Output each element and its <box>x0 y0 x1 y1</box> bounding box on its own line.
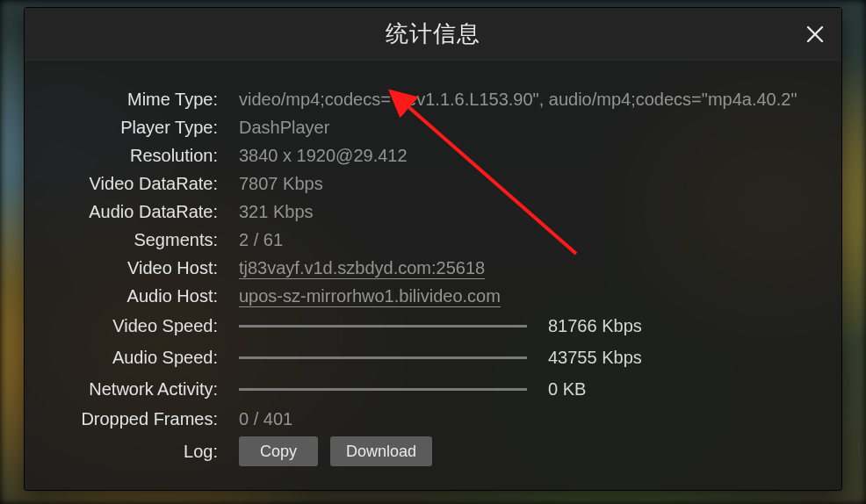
row-video-speed: Video Speed: 81766 Kbps <box>25 310 841 342</box>
value-resolution: 3840 x 1920@29.412 <box>228 146 408 166</box>
label-audio-datarate: Audio DataRate: <box>25 202 228 222</box>
value-segments: 2 / 61 <box>228 230 283 250</box>
label-video-host: Video Host: <box>25 258 228 278</box>
row-audio-datarate: Audio DataRate: 321 Kbps <box>25 198 841 226</box>
value-network-activity: 0 KB <box>548 379 586 400</box>
value-audio-speed: 43755 Kbps <box>548 348 642 368</box>
close-button[interactable] <box>801 20 829 48</box>
value-dropped-frames: 0 / 401 <box>228 409 292 429</box>
log-buttons: Copy Download <box>228 436 432 466</box>
close-icon <box>805 24 826 45</box>
label-video-speed: Video Speed: <box>25 316 228 336</box>
stats-dialog: 统计信息 Mime Type: video/mp4;codecs="hev1.1… <box>24 7 842 491</box>
value-audio-datarate: 321 Kbps <box>228 202 314 222</box>
label-audio-host: Audio Host: <box>25 286 228 306</box>
copy-button[interactable]: Copy <box>239 436 318 466</box>
bar-track <box>239 388 527 391</box>
download-button[interactable]: Download <box>330 436 432 466</box>
video-speed-bar <box>239 313 527 338</box>
value-audio-host: upos-sz-mirrorhwo1.bilivideo.com <box>228 286 501 306</box>
row-dropped-frames: Dropped Frames: 0 / 401 <box>25 405 841 433</box>
row-log: Log: Copy Download <box>25 433 841 470</box>
label-network-activity: Network Activity: <box>25 379 228 400</box>
label-dropped-frames: Dropped Frames: <box>25 409 228 429</box>
row-mime-type: Mime Type: video/mp4;codecs="hev1.1.6.L1… <box>25 85 841 113</box>
label-resolution: Resolution: <box>25 146 228 166</box>
video-host-text: tj83vayf.v1d.szbdyd.com:25618 <box>239 258 485 279</box>
label-video-datarate: Video DataRate: <box>25 174 228 194</box>
row-audio-speed: Audio Speed: 43755 Kbps <box>25 342 841 373</box>
label-player-type: Player Type: <box>25 118 228 138</box>
row-player-type: Player Type: DashPlayer <box>25 113 841 141</box>
dialog-titlebar: 统计信息 <box>25 8 841 61</box>
row-video-host: Video Host: tj83vayf.v1d.szbdyd.com:2561… <box>25 254 841 282</box>
row-network-activity: Network Activity: 0 KB <box>25 373 841 405</box>
dialog-title: 统计信息 <box>386 18 480 49</box>
value-mime-type: video/mp4;codecs="hev1.1.6.L153.90", aud… <box>228 90 797 110</box>
row-audio-host: Audio Host: upos-sz-mirrorhwo1.bilivideo… <box>25 282 841 310</box>
row-resolution: Resolution: 3840 x 1920@29.412 <box>25 141 841 169</box>
row-video-datarate: Video DataRate: 7807 Kbps <box>25 169 841 198</box>
bar-track <box>239 325 527 328</box>
label-log: Log: <box>25 442 228 462</box>
label-audio-speed: Audio Speed: <box>25 348 228 368</box>
network-activity-bar <box>239 377 527 401</box>
value-video-datarate: 7807 Kbps <box>228 174 323 194</box>
label-mime-type: Mime Type: <box>25 90 228 110</box>
value-video-speed: 81766 Kbps <box>548 316 642 336</box>
label-segments: Segments: <box>25 230 228 250</box>
value-player-type: DashPlayer <box>228 118 329 138</box>
stats-table: Mime Type: video/mp4;codecs="hev1.1.6.L1… <box>25 85 841 470</box>
audio-speed-bar <box>239 345 527 370</box>
row-segments: Segments: 2 / 61 <box>25 226 841 254</box>
audio-host-text: upos-sz-mirrorhwo1.bilivideo.com <box>239 286 501 307</box>
bar-track <box>239 356 527 359</box>
value-video-host: tj83vayf.v1d.szbdyd.com:25618 <box>228 258 485 278</box>
